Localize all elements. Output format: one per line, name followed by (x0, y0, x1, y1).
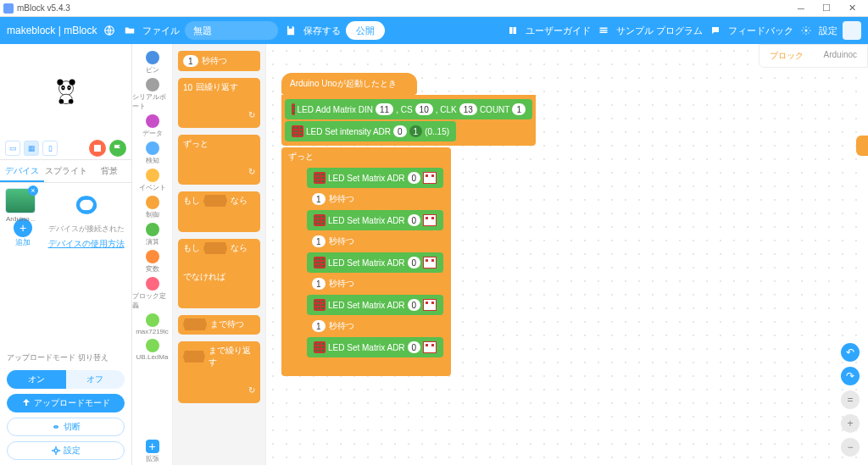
led-set-matrix-block[interactable]: LED Set Matrix ADR0 (307, 295, 443, 315)
wait-block[interactable]: 1秒待つ (307, 274, 375, 293)
set-matrix-adr[interactable]: 0 (408, 214, 421, 226)
save-icon[interactable] (283, 23, 298, 38)
palette-wait-block[interactable]: 1 秒待つ (178, 51, 260, 71)
zoom-out[interactable]: − (841, 438, 860, 457)
wait-value[interactable]: 1 (312, 278, 326, 290)
wait-value[interactable]: 1 (312, 320, 326, 332)
wait-value[interactable]: 1 (312, 235, 326, 247)
hex-slot2[interactable] (203, 242, 227, 254)
zoom-reset[interactable]: = (841, 390, 860, 409)
publish-button[interactable]: 公開 (346, 21, 385, 40)
zoom-in[interactable]: + (841, 414, 860, 433)
window-minimize[interactable]: ─ (788, 3, 814, 14)
save-label[interactable]: 保存する (303, 25, 341, 37)
wait-block[interactable]: 1秒待つ (307, 232, 375, 251)
window-close[interactable]: ✕ (839, 3, 865, 14)
repeat-value[interactable]: 10 (183, 83, 192, 92)
intensity-adr[interactable]: 0 (393, 125, 407, 137)
userguide-link[interactable]: ユーザーガイド (526, 25, 591, 37)
palette-if-block[interactable]: もし なら (178, 191, 260, 232)
category-8[interactable]: ブロック定義 (132, 275, 172, 312)
wait-value[interactable]: 1 (183, 55, 198, 67)
script-stack[interactable]: Arduino Unoが起動したとき LED Add Matrix DIN 11… (281, 73, 536, 376)
stage-size-small[interactable]: ▭ (5, 141, 20, 156)
led-set-intensity-block[interactable]: LED Set intensity ADR 0 1 (0..15) (285, 121, 456, 141)
led-set-matrix-block[interactable]: LED Set Matrix ADR0 (307, 168, 443, 188)
face-picker[interactable] (423, 341, 437, 353)
redo-button[interactable]: ↷ (841, 367, 860, 385)
led-set-matrix-block[interactable]: LED Set Matrix ADR0 (307, 210, 443, 230)
ws-tab-blocks[interactable]: ブロック (760, 45, 814, 67)
face-picker[interactable] (423, 299, 437, 311)
device-thumbnail[interactable]: × Arduino ... (5, 188, 36, 213)
led-add-matrix-block[interactable]: LED Add Matrix DIN 11 , CS 10 , CLK 13 C… (285, 99, 532, 119)
clk-value[interactable]: 13 (459, 103, 477, 115)
set-matrix-adr[interactable]: 0 (408, 257, 421, 268)
category-7[interactable]: 変数 (132, 248, 172, 275)
feedback-link[interactable]: フィードバック (728, 25, 793, 37)
din-value[interactable]: 11 (376, 103, 393, 115)
green-flag[interactable] (109, 140, 126, 157)
hex-slot[interactable] (203, 195, 227, 207)
led-set-matrix-block[interactable]: LED Set Matrix ADR0 (307, 252, 443, 273)
workspace[interactable]: ブロック Arduinoc Arduino Unoが起動したとき LED Add… (266, 44, 868, 465)
tab-background[interactable]: 背景 (87, 160, 131, 182)
set-matrix-adr[interactable]: 0 (408, 172, 421, 184)
face-picker[interactable] (423, 172, 437, 184)
folder-icon[interactable] (122, 23, 137, 38)
stop-button[interactable] (89, 140, 106, 157)
palette-repeat-until-block[interactable]: まで繰り返す ↻ (178, 341, 260, 403)
forever-block[interactable]: ずっと LED Set Matrix ADR01秒待つLED Set Matri… (281, 147, 451, 376)
upload-button[interactable]: アップロードモード (7, 394, 125, 412)
samples-link[interactable]: サンプル プログラム (616, 25, 703, 37)
disconnect-button[interactable]: 切断 (7, 418, 125, 436)
title-field[interactable]: 無題 (185, 21, 278, 40)
palette-repeat-block[interactable]: 10 回繰り返す ↻ (178, 78, 260, 128)
tab-device[interactable]: デバイス (0, 160, 44, 182)
undo-button[interactable]: ↶ (841, 343, 860, 362)
category-10[interactable]: UB.LedMa (132, 337, 172, 363)
file-menu[interactable]: ファイル (142, 25, 180, 37)
avatar[interactable] (843, 21, 861, 40)
toggle-on[interactable]: オン (7, 370, 66, 389)
wait-block[interactable]: 1秒待つ (307, 317, 375, 335)
face-picker[interactable] (423, 257, 437, 268)
settings-link[interactable]: 設定 (819, 25, 837, 37)
hex-slot3[interactable] (183, 318, 207, 330)
stage-size-grid[interactable]: ▦ (24, 141, 39, 156)
set-matrix-adr[interactable]: 0 (408, 341, 421, 353)
wait-block[interactable]: 1秒待つ (307, 190, 375, 208)
category-3[interactable]: 検知 (132, 140, 172, 167)
extension-button[interactable]: + 拡張 (132, 438, 172, 465)
ws-side-tag[interactable] (856, 136, 868, 156)
remove-device[interactable]: × (28, 185, 38, 196)
led-set-matrix-block[interactable]: LED Set Matrix ADR0 (307, 337, 443, 357)
toggle-off[interactable]: オフ (66, 370, 125, 389)
stage-size-large[interactable]: ▯ (42, 141, 58, 156)
usage-link[interactable]: デバイスの使用方法 (48, 238, 125, 250)
category-0[interactable]: ピン (132, 49, 172, 76)
category-5[interactable]: 制御 (132, 194, 172, 221)
category-2[interactable]: データ (132, 113, 172, 140)
palette-forever-block[interactable]: ずっと ↻ (178, 135, 260, 185)
palette-if-else-block[interactable]: もし なら でなければ (178, 239, 260, 308)
window-maximize[interactable]: ☐ (814, 3, 839, 14)
category-1[interactable]: シリアルポート (132, 76, 172, 113)
wait-value[interactable]: 1 (312, 193, 326, 205)
ws-tab-arduino[interactable]: Arduinoc (814, 45, 867, 67)
intensity-val[interactable]: 1 (409, 125, 423, 137)
upload-mode-toggle[interactable]: オン オフ (7, 370, 125, 389)
device-settings-button[interactable]: 設定 (7, 441, 125, 460)
category-9[interactable]: max7219lc (132, 312, 172, 337)
category-6[interactable]: 演算 (132, 221, 172, 248)
tab-sprite[interactable]: スプライト (44, 160, 88, 182)
hat-block[interactable]: Arduino Unoが起動したとき (281, 73, 417, 95)
panda-sprite[interactable] (52, 76, 81, 105)
cs-value[interactable]: 10 (415, 103, 433, 115)
hex-slot4[interactable] (183, 351, 205, 363)
face-picker[interactable] (423, 214, 437, 226)
category-4[interactable]: イベント (132, 167, 172, 194)
count-value[interactable]: 1 (512, 103, 526, 115)
set-matrix-adr[interactable]: 0 (408, 299, 421, 311)
palette-wait-until-block[interactable]: まで待つ (178, 315, 260, 335)
